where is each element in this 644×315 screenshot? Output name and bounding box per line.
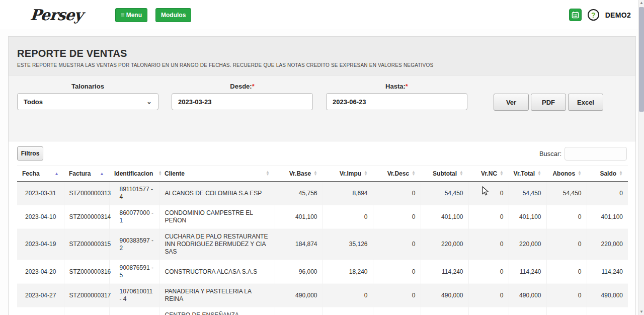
table-row[interactable]: 2023-04-10 STZ000000314 860077000 - 1 CO… [17, 205, 628, 229]
scroll-up-icon[interactable]: ▲ [638, 0, 644, 6]
cell-identificacion: 860077000 - 1 [109, 205, 159, 229]
logo[interactable]: Persey [30, 6, 84, 24]
cell-fecha: 2023-04-30 [17, 307, 64, 315]
hasta-label: Hasta: [385, 83, 406, 90]
cell-factura: STZ000000315 [64, 229, 109, 260]
cell-cliente: PANADERIA Y PASTELERIA LA REINA [159, 284, 275, 307]
cell-subtotal: 401,100 [421, 205, 468, 229]
col-header-identificacion[interactable]: Identificacion [109, 166, 159, 182]
sort-icon [364, 171, 368, 176]
col-header-vrtotal[interactable]: Vr.Total [509, 166, 546, 182]
topbar-right: ? DEMO2 [569, 9, 631, 21]
hasta-field: Hasta:* [326, 83, 467, 110]
cell-factura: STZ000000316 [64, 260, 109, 284]
col-header-abonos[interactable]: Abonos [546, 166, 587, 182]
menu-button[interactable]: ≡Menu [115, 8, 147, 22]
cell-subtotal: 54,450 [421, 182, 468, 205]
cell-saldo: 0 [587, 307, 628, 315]
cell-vrdesc: 0 [373, 229, 421, 260]
search-group: Buscar: [539, 147, 627, 161]
cell-fecha: 2023-04-19 [17, 229, 64, 260]
cell-subtotal: 490,000 [421, 284, 468, 307]
sort-icon [313, 171, 317, 176]
table-row[interactable]: 2023-04-27 STZ000000317 1070610011 - 4 P… [17, 284, 628, 307]
col-header-vrimpu[interactable]: Vr.Impu [323, 166, 373, 182]
pdf-button[interactable]: PDF [531, 94, 566, 111]
report-header: REPORTE DE VENTAS ESTE REPORTE MUESTRA L… [9, 37, 635, 75]
cell-saldo: 401,100 [587, 205, 628, 229]
ver-button[interactable]: Ver [494, 94, 529, 111]
sort-icon [459, 171, 463, 176]
col-header-vrnc[interactable]: Vr.NC [468, 166, 509, 182]
sort-asc-icon [100, 172, 104, 176]
cell-cliente: CONSTRUCTORA ALCASA S.A.S [159, 260, 275, 284]
help-button[interactable]: ? [588, 9, 599, 21]
cell-vrtotal: 765,000 [509, 307, 546, 315]
talonarios-field: Talonarios Todos ⌄ [17, 83, 158, 110]
cell-cliente: CONDOMINIO CAMPESTRE EL PEÑON [159, 205, 275, 229]
cell-abonos: 0 [546, 260, 587, 284]
report-actions: Ver PDF Excel [494, 94, 603, 111]
col-header-saldo[interactable]: Saldo [587, 166, 628, 182]
cell-abonos: 765,000 [546, 307, 587, 315]
filtros-button[interactable]: Filtros [17, 146, 43, 161]
hasta-input[interactable] [326, 93, 467, 110]
cell-fecha: 2023-03-31 [17, 182, 64, 205]
cell-vrbase: 765,000 [275, 307, 323, 315]
cell-vrtotal: 401,100 [509, 205, 546, 229]
question-icon: ? [591, 11, 596, 19]
cell-vrimpu: 0 [323, 205, 373, 229]
cell-identificacion: 891101577 - 4 [109, 182, 159, 205]
sort-icon [266, 171, 270, 176]
talonarios-selected-value: Todos [24, 98, 43, 106]
cell-vrbase: 45,756 [275, 182, 323, 205]
cell-vrnc: 0 [468, 260, 509, 284]
table-body: 2023-03-31 STZ000000313 891101577 - 4 AL… [17, 182, 628, 315]
sales-table: Fecha Factura Identificacion Cliente Vr.… [17, 166, 628, 315]
modulos-button-label: Modulos [161, 12, 186, 19]
desde-label: Desde: [230, 83, 252, 90]
scroll-down-icon[interactable]: ▼ [638, 309, 644, 315]
cell-vrtotal: 54,450 [509, 182, 546, 205]
col-header-vrdesc[interactable]: Vr.Desc [373, 166, 421, 182]
excel-button[interactable]: Excel [568, 94, 603, 111]
cell-vrnc: 0 [468, 205, 509, 229]
desde-input[interactable] [172, 93, 313, 110]
table-row[interactable]: 2023-04-20 STZ000000316 900876591 - 5 CO… [17, 260, 628, 284]
cell-vrdesc: 0 [373, 182, 421, 205]
cell-vrimpu: 0 [323, 284, 373, 307]
cell-cliente: CUCHARA DE PALO RESTAURANTE INN RODRIGUE… [159, 229, 275, 260]
col-header-cliente[interactable]: Cliente [159, 166, 275, 182]
table-section: Filtros Buscar: Fecha Factura Identifica… [9, 141, 635, 315]
menu-button-label: Menu [126, 12, 142, 19]
cell-cliente: CENTRO DE ENSEÑANZA AUTOMOVILISTICA AUTO… [159, 307, 275, 315]
col-header-vrbase[interactable]: Vr.Base [275, 166, 323, 182]
table-row[interactable]: 2023-03-31 STZ000000313 891101577 - 4 AL… [17, 182, 628, 205]
cell-vrtotal: 490,000 [509, 284, 546, 307]
col-header-factura[interactable]: Factura [64, 166, 109, 182]
cell-vrbase: 401,100 [275, 205, 323, 229]
cell-cliente: ALCANOS DE COLOMBIA S.A ESP [159, 182, 275, 205]
calendar-button[interactable] [569, 9, 582, 21]
cell-factura: STZ000000319 [64, 307, 109, 315]
col-header-fecha[interactable]: Fecha [17, 166, 64, 182]
cell-subtotal: 220,000 [421, 229, 468, 260]
table-row[interactable]: 2023-04-19 STZ000000315 900383597 - 2 CU… [17, 229, 628, 260]
cell-factura: STZ000000314 [64, 205, 109, 229]
cell-vrnc: 0 [468, 229, 509, 260]
hasta-required-mark: * [406, 83, 408, 90]
cell-vrdesc: 0 [373, 205, 421, 229]
vertical-scrollbar[interactable]: ▲ ▼ [638, 0, 644, 315]
scrollbar-thumb[interactable] [639, 7, 644, 112]
cell-vrnc: 0 [468, 284, 509, 307]
modulos-button[interactable]: Modulos [155, 8, 191, 22]
table-row[interactable]: 2023-04-30 STZ000000319 901374260 - 1 CE… [17, 307, 628, 315]
search-input[interactable] [565, 147, 627, 161]
col-header-subtotal[interactable]: Subtotal [421, 166, 468, 182]
talonarios-select[interactable]: Todos ⌄ [17, 93, 158, 110]
cell-vrbase: 490,000 [275, 284, 323, 307]
cell-fecha: 2023-04-20 [17, 260, 64, 284]
sort-icon [158, 171, 162, 176]
cell-vrimpu: 35,126 [323, 229, 373, 260]
page: REPORTE DE VENTAS ESTE REPORTE MUESTRA L… [0, 30, 644, 315]
